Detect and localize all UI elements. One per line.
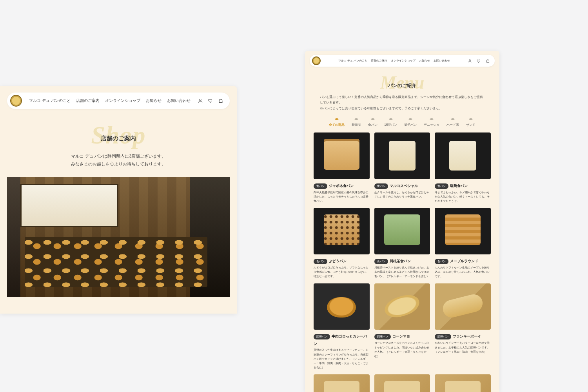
price-board-label: 揚 物 bbox=[171, 260, 178, 264]
tab-1[interactable]: 新商品 bbox=[352, 116, 361, 127]
nav-news[interactable]: お知らせ bbox=[419, 59, 430, 63]
product-card[interactable]: 食パン塩麹食パン耳までふわっふわ。キメ細やかで甘くやわらかな人気の食パン。軽くト… bbox=[435, 132, 491, 203]
nav-shops[interactable]: 店舗のご案内 bbox=[371, 59, 387, 63]
category-pill: 調理パン bbox=[374, 334, 391, 339]
product-thumb bbox=[374, 283, 430, 330]
menu-note: ※パンによっては売り切れている可能性もございますので、予めご了承くださいませ。 bbox=[320, 107, 485, 111]
category-pill: 食パン bbox=[435, 183, 448, 189]
price-board-price: ¥200 bbox=[169, 265, 181, 271]
product-thumb bbox=[314, 283, 370, 330]
product-thumb bbox=[314, 374, 370, 392]
product-thumb bbox=[314, 132, 370, 179]
product-card[interactable] bbox=[374, 374, 430, 392]
logo-icon[interactable] bbox=[312, 56, 321, 65]
primary-nav: マルコ デュ パンのこと 店舗のご案内 オンラインショップ お知らせ お問い合わ… bbox=[338, 59, 450, 63]
header-icons bbox=[468, 59, 490, 63]
product-meta: 食パンマルコスペシャル生クリームを使用し、なめらかな口どけとやさしい甘さのこだわ… bbox=[374, 181, 430, 199]
product-meta: 食パン川根茶食パン川根茶ペーストを練り込んで焼き上げた、お茶の風味を楽しめる茶ど… bbox=[374, 257, 430, 278]
price-board: 揚 物 ¥200 bbox=[151, 248, 198, 282]
product-thumb bbox=[435, 132, 491, 179]
product-name: 塩麹食パン bbox=[450, 184, 468, 188]
product-card[interactable]: 食パン川根茶食パン川根茶ペーストを練り込んで焼き上げた、お茶の風味を楽しめる茶ど… bbox=[374, 208, 430, 278]
site-header: マルコ デュ パンのこと 店舗のご案内 オンラインショップ お知らせ お問い合わ… bbox=[310, 55, 495, 67]
product-desc: 白神天然酵母使用で国産小麦の風味を存分に活かした、しっとりモチっとしたマルコ定番… bbox=[314, 190, 370, 203]
product-name: コーンマヨ bbox=[392, 334, 410, 338]
tab-4[interactable]: 菓子パン bbox=[404, 116, 417, 127]
menu-intro: パンを選ぶって楽しい！定番の人気商品から季節を彩る限定商品まで、シーンや気分に合… bbox=[320, 94, 485, 106]
product-meta: 食パン塩麹食パン耳までふわっふわ。キメ細やかで甘くやわらかな人気の食パン。軽くト… bbox=[435, 181, 491, 203]
tab-3[interactable]: 調理パン bbox=[385, 116, 397, 127]
product-card[interactable] bbox=[314, 374, 370, 392]
nav-contact[interactable]: お問い合わせ bbox=[167, 98, 191, 103]
category-pill: 食パン bbox=[374, 259, 388, 264]
product-desc: コーンとマヨネーズをバランスよくたっぷりトッピングしました。間違いない組み合わせ… bbox=[374, 341, 430, 358]
menu-page: マルコ デュ パンのこと 店舗のご案内 オンラインショップ お知らせ お問い合わ… bbox=[305, 51, 499, 392]
nav-contact[interactable]: お問い合わせ bbox=[434, 59, 450, 63]
product-desc: 川根茶ペーストを練り込んで焼き上げた、お茶の風味を楽しめる茶どころ静岡ならではの… bbox=[374, 265, 430, 278]
shop-intro-line1: マルコ デュ パンは静岡県内に3店舗ございます。 bbox=[71, 154, 166, 158]
product-thumb bbox=[435, 208, 491, 254]
product-card[interactable]: 調理パンコーンマヨコーンとマヨネーズをバランスよくたっぷりトッピングしました。間… bbox=[374, 283, 430, 370]
nav-online[interactable]: オンラインショップ bbox=[105, 98, 140, 103]
nav-news[interactable]: お知らせ bbox=[146, 98, 162, 103]
nav-shops[interactable]: 店舗のご案内 bbox=[76, 98, 100, 103]
product-card[interactable] bbox=[435, 374, 491, 392]
product-card[interactable]: 食パンマルコスペシャル生クリームを使用し、なめらかな口どけとやさしい甘さのこだわ… bbox=[374, 132, 430, 203]
category-pill: 調理パン bbox=[435, 334, 451, 339]
product-desc: 生クリームを使用し、なめらかな口どけとやさしい甘さのこだわりリッチ系食パン。 bbox=[374, 190, 430, 199]
primary-nav: マルコ デュ パンのこと 店舗のご案内 オンラインショップ お知らせ お問い合わ… bbox=[29, 98, 190, 103]
product-thumb bbox=[374, 374, 430, 392]
product-desc: 贅沢に入った牛肉はまるでビーフカレー。自家製のカレーフィリングをたっぷり。自家製… bbox=[314, 348, 370, 370]
tab-2[interactable]: 食パン bbox=[368, 116, 377, 127]
product-thumb bbox=[435, 374, 491, 392]
product-card[interactable]: 調理パンフランキーボーイかわいいウインナーをバターロール生地で巻きました。お子様… bbox=[435, 283, 491, 370]
account-icon[interactable] bbox=[198, 98, 203, 103]
bag-icon[interactable] bbox=[218, 98, 223, 103]
header-icons bbox=[198, 98, 223, 103]
tab-5[interactable]: デニッシュ bbox=[424, 116, 439, 127]
product-desc: ふんわりソフトなパン生地にメープルを練り込み、ほんのり甘くふわふわ。人気の食パン… bbox=[435, 265, 491, 278]
page-title: パンのご紹介 bbox=[305, 74, 499, 89]
product-meta: 食パンメープルラウンドふんわりソフトなパン生地にメープルを練り込み、ほんのり甘く… bbox=[435, 257, 491, 278]
heart-icon[interactable] bbox=[208, 98, 213, 103]
shop-hero: Shop 店舗のご案内 bbox=[0, 123, 237, 142]
nav-about[interactable]: マルコ デュ パンのこと bbox=[29, 98, 70, 103]
product-thumb bbox=[374, 132, 430, 179]
page-title: 店舗のご案内 bbox=[0, 123, 237, 142]
product-desc: ぶどうがゴロゴロたっぷり。ソフトなしっとり食感が人気。ぶどう好きにはたまらない、… bbox=[314, 265, 370, 278]
tab-6[interactable]: ハード系 bbox=[446, 116, 459, 127]
category-tabs: 全ての商品新商品食パン調理パン菓子パンデニッシュハード系サンド bbox=[305, 116, 499, 127]
product-meta: 食パンジャポネ食パン白神天然酵母使用で国産小麦の風味を存分に活かした、しっとりモ… bbox=[314, 181, 370, 203]
bag-icon[interactable] bbox=[486, 59, 490, 63]
account-icon[interactable] bbox=[468, 59, 472, 63]
menu-hero: Menu パンのご紹介 bbox=[305, 74, 499, 89]
tab-0[interactable]: 全ての商品 bbox=[329, 116, 345, 127]
nav-online[interactable]: オンラインショップ bbox=[391, 59, 416, 63]
svg-point-1 bbox=[469, 59, 471, 61]
product-thumb bbox=[435, 283, 491, 330]
product-card[interactable]: 食パンジャポネ食パン白神天然酵母使用で国産小麦の風味を存分に活かした、しっとりモ… bbox=[314, 132, 370, 203]
product-name: ジャポネ食パン bbox=[329, 184, 354, 188]
product-desc: 耳までふわっふわ。キメ細やかで甘くやわらかな人気の食パン。軽くトーストしても、そ… bbox=[435, 190, 491, 203]
product-meta: 調理パン牛肉ゴロっとカレーパン贅沢に入った牛肉はまるでビーフカレー。自家製のカレ… bbox=[314, 332, 370, 370]
heart-icon[interactable] bbox=[477, 59, 481, 63]
category-pill: 食パン bbox=[314, 259, 327, 264]
shop-intro: マルコ デュ パンは静岡県内に3店舗ございます。 みなさまのお越しを心よりお待ち… bbox=[0, 152, 237, 168]
product-card[interactable]: 食パンぶどうパンぶどうがゴロゴロたっぷり。ソフトなしっとり食感が人気。ぶどう好き… bbox=[314, 208, 370, 278]
shop-intro-line2: みなさまのお越しを心よりお待ちしております。 bbox=[71, 162, 166, 166]
product-meta: 調理パンコーンマヨコーンとマヨネーズをバランスよくたっぷりトッピングしました。間… bbox=[374, 332, 430, 358]
product-name: フランキーボーイ bbox=[453, 334, 481, 338]
tab-7[interactable]: サンド bbox=[466, 116, 475, 127]
product-name: マルコスペシャル bbox=[390, 184, 418, 188]
product-grid: 食パンジャポネ食パン白神天然酵母使用で国産小麦の風味を存分に活かした、しっとりモ… bbox=[314, 132, 491, 392]
shop-page: マルコ デュ パンのこと 店舗のご案内 オンラインショップ お知らせ お問い合わ… bbox=[0, 86, 237, 314]
product-card[interactable]: 調理パン牛肉ゴロっとカレーパン贅沢に入った牛肉はまるでビーフカレー。自家製のカレ… bbox=[314, 283, 370, 370]
logo-icon[interactable] bbox=[10, 95, 22, 107]
shop-interior-photo: 揚 物 ¥200 bbox=[7, 177, 230, 297]
category-pill: 食パン bbox=[314, 183, 327, 189]
product-thumb bbox=[314, 208, 370, 254]
category-pill: 調理パン bbox=[314, 334, 330, 339]
nav-about[interactable]: マルコ デュ パンのこと bbox=[338, 59, 367, 63]
product-card[interactable]: 食パンメープルラウンドふんわりソフトなパン生地にメープルを練り込み、ほんのり甘く… bbox=[435, 208, 491, 278]
category-pill: 食パン bbox=[435, 259, 448, 264]
